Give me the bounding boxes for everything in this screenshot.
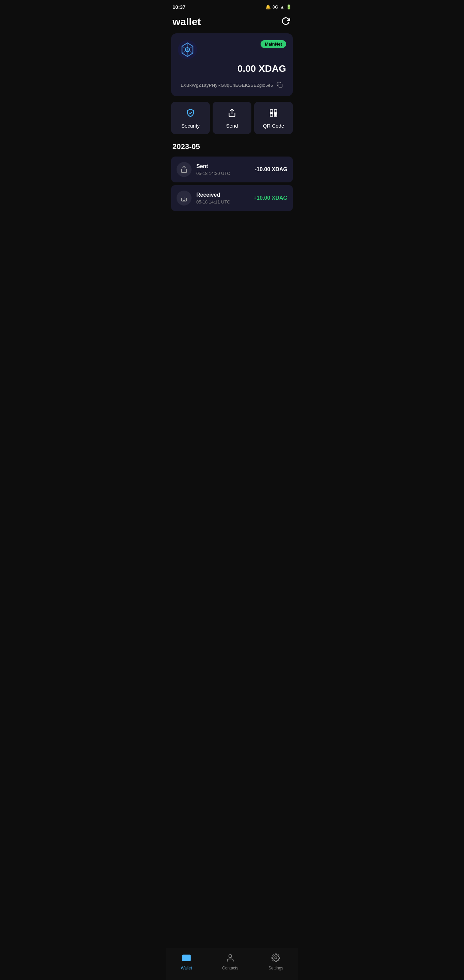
sent-tx-amount: -10.00 XDAG xyxy=(255,166,288,172)
sent-tx-type: Sent xyxy=(196,163,250,169)
received-tx-time: 05-18 14:11 UTC xyxy=(196,199,249,205)
svg-rect-12 xyxy=(276,114,277,115)
action-buttons: Security Send QR Code xyxy=(171,102,293,134)
transaction-item-received[interactable]: Received 05-18 14:11 UTC +10.00 XDAG xyxy=(171,185,293,211)
network-icon: 3G xyxy=(272,5,278,10)
svg-rect-6 xyxy=(279,84,282,88)
svg-rect-13 xyxy=(274,115,275,116)
status-bar: 10:37 🔔 3G ▲ 🔋 xyxy=(166,0,298,13)
received-tx-info: Received 05-18 14:11 UTC xyxy=(196,192,249,205)
transaction-item-sent[interactable]: Sent 05-18 14:30 UTC -10.00 XDAG xyxy=(171,156,293,182)
received-tx-type: Received xyxy=(196,192,249,198)
app-header: wallet xyxy=(166,13,298,33)
received-tx-icon xyxy=(176,191,192,205)
wallet-card: MainNet 0.00 XDAG LXBkWgZ1ayPNyRG8qCnEGE… xyxy=(171,33,293,96)
sent-tx-time: 05-18 14:30 UTC xyxy=(196,171,250,176)
qr-code-button[interactable]: QR Code xyxy=(254,102,293,134)
send-button[interactable]: Send xyxy=(213,102,251,134)
status-icons: 🔔 3G ▲ 🔋 xyxy=(265,5,292,10)
date-section: 2023-05 xyxy=(166,142,298,156)
balance-section: 0.00 XDAG xyxy=(178,63,286,74)
svg-rect-14 xyxy=(276,115,277,116)
transaction-date: 2023-05 xyxy=(172,142,200,151)
qr-label: QR Code xyxy=(263,123,284,129)
network-badge: MainNet xyxy=(261,40,286,48)
refresh-button[interactable] xyxy=(280,15,292,28)
copy-address-button[interactable] xyxy=(276,81,283,89)
balance-display: 0.00 XDAG xyxy=(237,63,286,74)
svg-rect-9 xyxy=(274,110,277,112)
shield-icon xyxy=(186,108,195,119)
svg-rect-11 xyxy=(274,114,275,115)
qr-icon xyxy=(269,108,278,119)
svg-rect-10 xyxy=(270,114,273,116)
card-top: MainNet xyxy=(178,40,286,59)
battery-icon: 🔋 xyxy=(286,5,292,10)
send-icon xyxy=(227,108,237,119)
page-title: wallet xyxy=(172,16,201,27)
transactions-list: Sent 05-18 14:30 UTC -10.00 XDAG Receive… xyxy=(166,156,298,211)
sent-tx-icon xyxy=(176,162,192,177)
received-tx-amount: +10.00 XDAG xyxy=(253,195,288,201)
sent-tx-info: Sent 05-18 14:30 UTC xyxy=(196,163,250,176)
notification-icon: 🔔 xyxy=(265,5,271,10)
svg-rect-8 xyxy=(270,110,273,112)
xdag-logo xyxy=(178,40,197,59)
address-section: LXBkWgZ1ayPNyRG8qCnEGEK2SE2gio5e5 xyxy=(178,81,286,89)
security-button[interactable]: Security xyxy=(171,102,210,134)
signal-icon: ▲ xyxy=(280,5,284,10)
wallet-address: LXBkWgZ1ayPNyRG8qCnEGEK2SE2gio5e5 xyxy=(181,83,273,88)
security-label: Security xyxy=(181,123,200,129)
status-time: 10:37 xyxy=(172,4,185,10)
send-label: Send xyxy=(226,123,238,129)
